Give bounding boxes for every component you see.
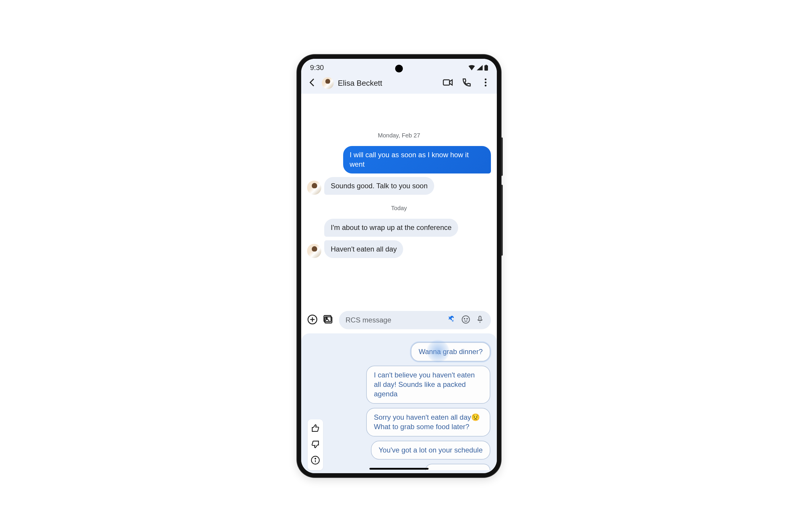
svg-rect-13 <box>479 316 481 321</box>
message-row: I will call you as soon as I know how it… <box>307 146 491 173</box>
contact-avatar[interactable] <box>322 77 334 89</box>
thumbs-up-button[interactable] <box>311 423 320 434</box>
svg-point-15 <box>315 458 316 459</box>
suggestion-chip[interactable] <box>425 464 490 470</box>
received-message-bubble[interactable]: Sounds good. Talk to you soon <box>324 177 434 195</box>
back-button[interactable] <box>307 77 318 89</box>
magic-compose-icon[interactable] <box>447 315 456 325</box>
power-button <box>501 185 503 256</box>
video-call-button[interactable] <box>442 77 453 89</box>
suggestion-chip[interactable]: Wanna grab dinner? <box>411 342 490 361</box>
svg-rect-1 <box>486 65 487 65</box>
date-divider: Today <box>307 205 491 212</box>
feedback-column <box>308 419 323 470</box>
received-message-bubble[interactable]: I'm about to wrap up at the conference <box>324 219 458 236</box>
date-divider: Monday, Feb 27 <box>307 132 491 139</box>
conversation-header: Elisa Beckett <box>301 74 497 94</box>
message-input-placeholder: RCS message <box>345 316 442 324</box>
sender-avatar[interactable] <box>307 180 321 195</box>
svg-rect-0 <box>484 65 488 71</box>
info-button[interactable] <box>311 455 320 466</box>
add-attachment-button[interactable] <box>307 314 318 326</box>
suggestion-chip[interactable]: You've got a lot on your schedule <box>371 441 490 460</box>
emoji-button[interactable] <box>461 315 470 325</box>
svg-point-3 <box>485 79 487 80</box>
wifi-icon <box>469 65 475 70</box>
voice-call-button[interactable] <box>461 77 472 89</box>
voice-input-button[interactable] <box>476 315 484 325</box>
sent-message-bubble[interactable]: I will call you as soon as I know how it… <box>343 146 491 173</box>
svg-rect-2 <box>443 80 450 85</box>
status-icons <box>469 65 488 71</box>
message-row: Sounds good. Talk to you soon <box>307 177 491 195</box>
more-options-button[interactable] <box>480 77 491 89</box>
suggestion-text: Wanna grab dinner? <box>418 347 483 356</box>
thumbs-down-button[interactable] <box>311 439 320 450</box>
conversation-thread[interactable]: Monday, Feb 27 I will call you as soon a… <box>301 94 497 307</box>
svg-point-5 <box>485 85 487 87</box>
svg-point-12 <box>467 319 468 320</box>
phone-frame: 9:30 Elisa Beckett <box>297 55 501 477</box>
message-input[interactable]: RCS message <box>339 311 491 329</box>
svg-point-11 <box>464 319 465 320</box>
composer: RCS message <box>301 307 497 334</box>
svg-point-10 <box>462 316 470 323</box>
suggestion-chip[interactable]: Sorry you haven't eaten all day😟 What to… <box>366 408 490 437</box>
contact-name[interactable]: Elisa Beckett <box>338 79 438 88</box>
screen: 9:30 Elisa Beckett <box>301 59 497 473</box>
battery-icon <box>484 65 488 71</box>
volume-button <box>501 137 503 176</box>
svg-point-4 <box>485 81 487 83</box>
status-time: 9:30 <box>310 63 324 72</box>
gallery-button[interactable] <box>323 314 334 326</box>
suggestion-chip[interactable]: I can't believe you haven't eaten all da… <box>366 366 490 404</box>
signal-icon <box>477 65 483 70</box>
home-indicator[interactable] <box>369 468 429 470</box>
smart-reply-panel: Wanna grab dinner? I can't believe you h… <box>301 334 497 473</box>
message-row: Haven't eaten all day <box>307 240 491 258</box>
received-message-bubble[interactable]: Haven't eaten all day <box>324 240 403 258</box>
sender-avatar[interactable] <box>307 244 321 258</box>
suggestion-list: Wanna grab dinner? I can't believe you h… <box>327 342 490 470</box>
message-row: I'm about to wrap up at the conference <box>307 219 491 236</box>
front-camera <box>395 65 403 72</box>
